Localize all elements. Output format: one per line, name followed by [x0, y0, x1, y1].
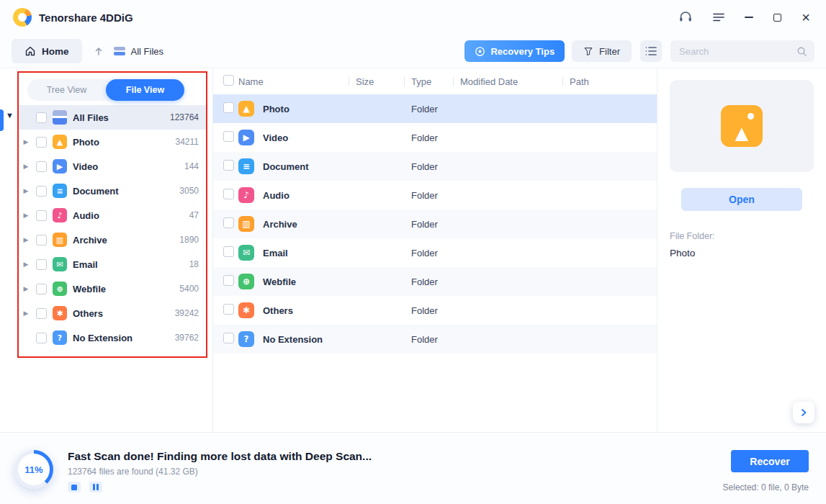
column-header-name[interactable]: Name: [238, 76, 356, 87]
scan-details: 123764 files are found (41.32 GB): [68, 467, 372, 477]
sidebar-checkbox[interactable]: [36, 137, 47, 148]
row-checkbox[interactable]: [223, 304, 234, 315]
row-checkbox[interactable]: [223, 102, 234, 113]
breadcrumb[interactable]: All Files: [114, 46, 164, 57]
table-header: Name Size Type Modified Date Path: [213, 68, 657, 94]
recover-button[interactable]: Recover: [731, 450, 809, 472]
filter-funnel-icon: [583, 46, 593, 56]
sidebar-item-label: All Files: [73, 112, 109, 123]
search-icon[interactable]: [796, 46, 807, 57]
expand-arrow-icon[interactable]: [22, 188, 30, 194]
sidebar-item-document[interactable]: ≡Document3050: [19, 179, 206, 203]
expand-arrow-icon[interactable]: [22, 310, 30, 317]
file-type: Folder: [411, 248, 460, 258]
search-input[interactable]: [679, 46, 796, 57]
sidebar-item-all-files[interactable]: All Files123764: [19, 105, 206, 130]
collapse-arrow-icon[interactable]: [6, 112, 14, 120]
open-button[interactable]: Open: [681, 188, 802, 211]
table-row-no-extension[interactable]: ?No ExtensionFolder: [213, 325, 657, 354]
row-checkbox[interactable]: [223, 275, 234, 286]
no-extension-icon: ?: [53, 330, 67, 345]
table-row-archive[interactable]: ▥ArchiveFolder: [213, 210, 657, 238]
row-checkbox[interactable]: [223, 160, 234, 171]
tab-tree-view[interactable]: Tree View: [27, 79, 106, 101]
home-icon: [24, 45, 36, 57]
table-row-video[interactable]: ▶VideoFolder: [213, 123, 657, 152]
sidebar-item-email[interactable]: ✉Email18: [19, 252, 206, 276]
all-files-drive-icon: [53, 110, 67, 125]
sidebar-item-webfile[interactable]: ⊕Webfile5400: [19, 276, 206, 301]
sidebar-checkbox[interactable]: [36, 186, 47, 197]
maximize-button[interactable]: [772, 12, 783, 23]
expand-arrow-icon[interactable]: [22, 261, 30, 268]
scan-message: Fast Scan done! Finding more lost data w…: [68, 450, 372, 463]
minimize-button[interactable]: [743, 15, 755, 19]
sidebar-item-video[interactable]: ▶Video144: [19, 154, 206, 179]
select-all-checkbox[interactable]: [223, 75, 234, 86]
sidebar-item-archive[interactable]: ▥Archive1890: [19, 228, 206, 252]
sidebar-item-label: No Extension: [73, 333, 133, 343]
sidebar-item-label: Audio: [73, 210, 99, 221]
file-name: Others: [263, 305, 293, 316]
expand-arrow-icon[interactable]: [22, 163, 30, 170]
sidebar-item-others[interactable]: ✱Others39242: [19, 301, 206, 325]
column-header-size[interactable]: Size: [356, 76, 411, 87]
expand-arrow-icon[interactable]: [22, 237, 30, 243]
archive-icon: ▥: [53, 233, 67, 247]
sidebar-item-label: Others: [73, 308, 103, 319]
audio-icon: ♪: [53, 208, 67, 222]
next-page-button[interactable]: [793, 402, 814, 423]
sidebar-checkbox[interactable]: [36, 112, 47, 123]
row-checkbox[interactable]: [223, 217, 234, 228]
sidebar-checkbox[interactable]: [36, 259, 47, 270]
table-row-photo[interactable]: ▲PhotoFolder: [213, 94, 657, 123]
expand-arrow-icon[interactable]: [22, 286, 30, 292]
sidebar-checkbox[interactable]: [36, 308, 47, 319]
file-type: Folder: [411, 219, 460, 230]
expand-arrow-icon[interactable]: [22, 212, 30, 219]
pause-scan-button[interactable]: [89, 482, 102, 492]
preview-thumbnail: ▲: [670, 80, 814, 172]
file-type: Folder: [411, 276, 460, 287]
table-row-audio[interactable]: ♪AudioFolder: [213, 181, 657, 210]
drive-icon: [114, 47, 125, 55]
row-checkbox[interactable]: [223, 333, 234, 343]
sidebar-item-no-extension[interactable]: ?No Extension39762: [19, 325, 206, 350]
tab-file-view[interactable]: File View: [106, 79, 184, 101]
table-row-email[interactable]: ✉EmailFolder: [213, 238, 657, 267]
close-button[interactable]: [800, 11, 812, 24]
row-checkbox[interactable]: [223, 189, 234, 199]
sidebar-checkbox[interactable]: [36, 284, 47, 294]
column-header-modified-date[interactable]: Modified Date: [460, 76, 570, 87]
menu-button[interactable]: [711, 11, 726, 24]
file-name: Email: [263, 248, 288, 258]
row-checkbox[interactable]: [223, 131, 234, 142]
sidebar-item-label: Video: [73, 161, 98, 172]
view-mode-button[interactable]: [640, 40, 662, 62]
sidebar-checkbox[interactable]: [36, 210, 47, 221]
expand-arrow-icon[interactable]: [22, 139, 30, 145]
navigate-up-button[interactable]: [94, 46, 104, 56]
recovery-tips-button[interactable]: Recovery Tips: [464, 40, 565, 62]
table-row-document[interactable]: ≡DocumentFolder: [213, 152, 657, 181]
webfile-icon: ⊕: [238, 274, 254, 289]
video-icon: ▶: [53, 159, 67, 174]
view-tabs: Tree View File View: [27, 79, 184, 101]
row-checkbox[interactable]: [223, 246, 234, 257]
table-row-webfile[interactable]: ⊕WebfileFolder: [213, 267, 657, 296]
filter-button[interactable]: Filter: [572, 40, 632, 62]
breadcrumb-label: All Files: [131, 46, 164, 57]
home-button[interactable]: Home: [12, 39, 82, 63]
sidebar-item-photo[interactable]: ▲Photo34211: [19, 130, 206, 154]
sidebar-checkbox[interactable]: [36, 333, 47, 343]
column-header-path[interactable]: Path: [570, 76, 657, 87]
file-type: Folder: [411, 104, 460, 114]
file-name: No Extension: [263, 334, 323, 345]
table-row-others[interactable]: ✱OthersFolder: [213, 296, 657, 325]
sidebar-checkbox[interactable]: [36, 161, 47, 172]
support-headset-button[interactable]: [677, 9, 694, 25]
sidebar-checkbox[interactable]: [36, 235, 47, 246]
stop-scan-button[interactable]: [68, 482, 81, 492]
sidebar-item-audio[interactable]: ♪Audio47: [19, 203, 206, 228]
file-count: 144: [184, 161, 199, 171]
